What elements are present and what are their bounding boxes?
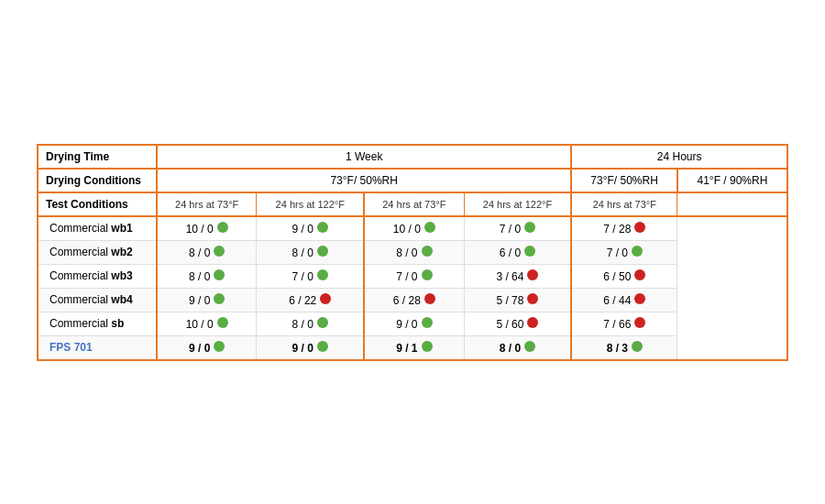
score-value: 9 / 1 xyxy=(396,342,417,355)
drying-conditions-col3: 41°F / 90%RH xyxy=(677,169,787,192)
green-dot-icon xyxy=(217,317,228,328)
green-dot-icon xyxy=(317,269,328,280)
score-cell: 8 / 0 xyxy=(257,312,364,335)
score-cell: 8 / 3 xyxy=(571,335,676,360)
score-value: 8 / 3 xyxy=(607,342,628,355)
product-label: Commercial wb3 xyxy=(38,264,157,288)
score-value: 7 / 0 xyxy=(396,270,417,283)
green-dot-icon xyxy=(217,222,228,233)
green-dot-icon xyxy=(424,222,435,233)
score-value: 7 / 66 xyxy=(603,318,631,331)
red-dot-icon xyxy=(634,317,645,328)
green-dot-icon xyxy=(524,246,535,257)
comparison-table: Drying Time 1 Week 24 Hours Drying Condi… xyxy=(37,144,788,361)
drying-conditions-label: Drying Conditions xyxy=(38,169,157,192)
test-sub1: 24 hrs at 73°F xyxy=(157,192,257,216)
green-dot-icon xyxy=(422,341,433,352)
table-row: FPS 7019 / 09 / 09 / 18 / 08 / 3 xyxy=(38,335,787,360)
product-fps-label: FPS 701 xyxy=(38,335,157,360)
score-cell: 9 / 0 xyxy=(257,335,364,360)
score-cell: 6 / 50 xyxy=(571,264,676,288)
green-dot-icon xyxy=(214,341,225,352)
score-cell: 6 / 0 xyxy=(464,240,571,264)
test-sub4: 24 hrs at 122°F xyxy=(464,192,571,216)
score-value: 9 / 0 xyxy=(189,294,210,307)
score-value: 7 / 0 xyxy=(292,270,314,283)
table-row: Commercial wb49 / 06 / 226 / 285 / 786 /… xyxy=(38,288,787,312)
score-value: 7 / 0 xyxy=(607,247,628,259)
score-value: 10 / 0 xyxy=(186,223,214,236)
score-cell: 9 / 1 xyxy=(364,335,464,360)
green-dot-icon xyxy=(524,222,535,233)
score-cell: 6 / 28 xyxy=(364,288,464,312)
table-row: Commercial wb28 / 08 / 08 / 06 / 07 / 0 xyxy=(38,240,787,264)
score-value: 9 / 0 xyxy=(292,342,314,355)
score-value: 6 / 44 xyxy=(603,294,631,307)
green-dot-icon xyxy=(317,222,328,233)
product-label: Commercial wb4 xyxy=(38,288,157,312)
red-dot-icon xyxy=(634,269,645,280)
score-cell: 10 / 0 xyxy=(157,312,257,335)
score-cell: 6 / 44 xyxy=(571,288,676,312)
score-value: 8 / 0 xyxy=(292,247,314,259)
score-value: 8 / 0 xyxy=(292,318,314,331)
score-cell: 10 / 0 xyxy=(364,216,464,241)
score-cell: 7 / 0 xyxy=(571,240,676,264)
score-value: 7 / 0 xyxy=(500,223,521,236)
score-value: 3 / 64 xyxy=(496,270,523,283)
score-cell: 7 / 28 xyxy=(571,216,676,241)
red-dot-icon xyxy=(634,293,645,304)
score-value: 9 / 0 xyxy=(396,318,417,331)
product-label: Commercial wb1 xyxy=(38,216,157,241)
green-dot-icon xyxy=(632,341,643,352)
drying-conditions-row: Drying Conditions 73°F/ 50%RH 73°F/ 50%R… xyxy=(38,169,787,192)
score-cell: 6 / 22 xyxy=(257,288,364,312)
test-sub5: 24 hrs at 73°F xyxy=(571,192,676,216)
score-cell: 5 / 60 xyxy=(464,312,571,335)
drying-time-1week: 1 Week xyxy=(157,145,571,169)
green-dot-icon xyxy=(422,317,433,328)
score-cell: 8 / 0 xyxy=(464,335,571,360)
product-label: Commercial wb2 xyxy=(38,240,157,264)
test-conditions-row: Test Conditions 24 hrs at 73°F 24 hrs at… xyxy=(38,192,787,216)
green-dot-icon xyxy=(524,341,535,352)
score-cell: 10 / 0 xyxy=(157,216,257,241)
drying-time-label: Drying Time xyxy=(38,145,157,169)
score-value: 5 / 60 xyxy=(496,318,523,331)
table-row: Commercial sb10 / 08 / 09 / 05 / 607 / 6… xyxy=(38,312,787,335)
score-cell: 8 / 0 xyxy=(364,240,464,264)
green-dot-icon xyxy=(214,246,225,257)
red-dot-icon xyxy=(527,317,538,328)
score-value: 5 / 78 xyxy=(496,294,523,307)
score-value: 9 / 0 xyxy=(292,223,314,236)
green-dot-icon xyxy=(632,246,643,257)
red-dot-icon xyxy=(527,269,538,280)
product-label: Commercial sb xyxy=(38,312,157,335)
score-value: 6 / 28 xyxy=(393,294,421,307)
score-value: 6 / 50 xyxy=(603,270,631,283)
score-cell: 9 / 0 xyxy=(257,216,364,241)
green-dot-icon xyxy=(317,246,328,257)
main-container: Drying Time 1 Week 24 Hours Drying Condi… xyxy=(37,144,788,361)
drying-time-24hours: 24 Hours xyxy=(571,145,787,169)
red-dot-icon xyxy=(424,293,435,304)
green-dot-icon xyxy=(214,269,225,280)
score-value: 10 / 0 xyxy=(393,223,421,236)
score-value: 10 / 0 xyxy=(186,318,214,331)
score-value: 8 / 0 xyxy=(500,342,521,355)
red-dot-icon xyxy=(320,293,331,304)
green-dot-icon xyxy=(422,246,433,257)
score-value: 8 / 0 xyxy=(396,247,417,259)
score-cell: 3 / 64 xyxy=(464,264,571,288)
table-row: Commercial wb38 / 07 / 07 / 03 / 646 / 5… xyxy=(38,264,787,288)
green-dot-icon xyxy=(317,317,328,328)
test-sub3: 24 hrs at 73°F xyxy=(364,192,464,216)
green-dot-icon xyxy=(214,293,225,304)
score-cell: 8 / 0 xyxy=(157,240,257,264)
score-value: 6 / 0 xyxy=(500,247,521,259)
score-cell: 7 / 0 xyxy=(464,216,571,241)
green-dot-icon xyxy=(422,269,433,280)
drying-time-row: Drying Time 1 Week 24 Hours xyxy=(38,145,787,169)
score-value: 8 / 0 xyxy=(189,270,210,283)
score-cell: 7 / 0 xyxy=(257,264,364,288)
